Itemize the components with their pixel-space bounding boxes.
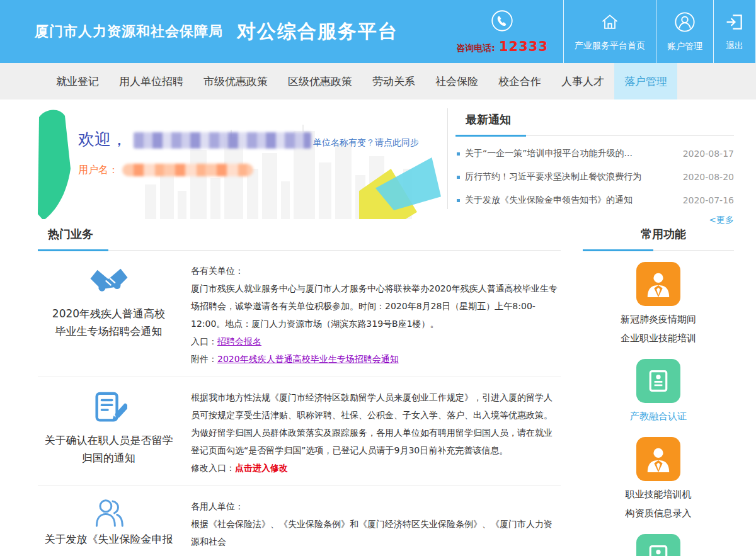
user-icon [674,11,696,35]
hotline-label: 咨询电话: [456,43,495,54]
nav-item-employer-recruit[interactable]: 用人单位招聘 [109,63,193,99]
hot-business-item: 2020年残疾人普通高校 毕业生专场招聘会通知 各有关单位： 厦门市残疾人就业服… [38,251,561,377]
hot-item-left: 关于发放《失业保险金申报 [38,497,180,550]
bullet-icon [457,152,460,156]
nav-item-city-policy[interactable]: 市级优惠政策 [193,63,278,99]
hotline-number: 12333 [499,39,548,54]
hot-business-title: 热门业务 [38,227,561,251]
notice-text[interactable]: 厉行节约！习近平要求坚决制止餐饮浪费行为 [465,171,674,183]
notice-date: 2020-08-20 [683,172,734,182]
hotline-block: 咨询电话: 12333 [441,0,563,63]
company-name-sync-link[interactable]: 单位名称有变？请点此同步 [313,137,419,149]
hot-business-section: 热门业务 [38,227,561,556]
notice-item[interactable]: 关于发放《失业保险金申领告知书》的通知 2020-07-16 [455,195,734,206]
quick-functions-title: 常用功能 [583,227,734,251]
hot-business-item: 关于确认在职人员是否留学 归国的通知 根据我市地方性法规《厦门市经济特区鼓励留学… [38,377,561,486]
blurred-username [122,164,253,176]
modify-line: 修改入口：点击进入修改 [191,459,561,477]
notice-text[interactable]: 关于发放《失业保险金申领告知书》的通知 [465,195,674,206]
businessman-icon [636,437,680,481]
blurred-company-name [134,132,311,149]
site-titles: 厦门市人力资源和社会保障局 对公综合服务平台 [35,0,441,63]
quick-item-clipped[interactable] [583,534,734,556]
org-name: 厦门市人力资源和社会保障局 [35,22,223,41]
account-button-label: 账户管理 [667,41,702,52]
hot-business-item: 关于发放《失业保险金申报 各用人单位： 根据《社会保险法》、《失业保险条例》和《… [38,486,561,556]
latest-notices-section: 最新通知 关于“一企一策”培训申报平台功能升级的... 2020-08-17 厉… [455,112,734,226]
handshake-icon [38,262,180,302]
logout-button-label: 退出 [726,40,743,52]
attachment-link[interactable]: 2020年残疾人普通高校毕业生专场招聘会通知 [217,354,399,364]
phone-icon [491,9,513,35]
notice-date: 2020-08-17 [683,149,734,159]
notice-text[interactable]: 关于“一企一策”培训申报平台功能升级的... [465,148,674,159]
document-edit-icon [38,389,180,429]
hot-item-left: 关于确认在职人员是否留学 归国的通知 [38,389,180,477]
hot-item-title: 2020年残疾人普通高校 毕业生专场招聘会通知 [41,305,177,340]
modify-entry-link[interactable]: 点击进入修改 [235,463,288,473]
bullet-icon [457,176,460,179]
more-notices-link[interactable]: <更多 [455,215,734,226]
notice-date: 2020-07-16 [683,195,734,205]
attachment-line: 附件：2020年残疾人普通高校毕业生专场招聘会通知 [191,350,561,368]
top-header: 厦门市人力资源和社会保障局 对公综合服务平台 咨询电话: 12333 [0,0,756,63]
platform-name: 对公综合服务平台 [237,19,398,45]
nav-item-school-cooperation[interactable]: 校企合作 [488,63,551,99]
logout-button[interactable]: 退出 [713,0,756,63]
hot-item-title: 关于发放《失业保险金申报 [41,530,177,548]
logout-icon [724,12,745,35]
quick-item-label: 产教融合认证 [583,407,734,426]
home-link-label: 产业服务平台首页 [575,40,645,52]
green-blob-decoration [38,110,71,219]
notice-item[interactable]: 关于“一企一策”培训申报平台功能升级的... 2020-08-17 [455,148,734,159]
hot-item-body: 各有关单位： 厦门市残疾人就业服务中心与厦门市人才服务中心将联袂举办2020年残… [180,262,561,368]
people-icon [38,497,180,528]
username-label: 用户名： [78,164,118,177]
quick-functions-section: 常用功能 新冠肺炎疫情期间 企业职业技能培训 [583,227,734,556]
entry-line: 入口：招聘会报名 [191,332,561,350]
header-actions: 咨询电话: 12333 产业服务平台首页 账户 [441,0,756,63]
quick-item-certification[interactable]: 产教融合认证 [583,359,734,426]
home-link[interactable]: 产业服务平台首页 [563,0,656,63]
quick-item-training-org-entry[interactable]: 职业技能培训机 构资质信息录入 [583,437,734,523]
hot-item-body: 各用人单位： 根据《社会保险法》、《失业保险条例》和《厦门经济特区失业保险条例》… [180,497,561,550]
quick-item-covid-training[interactable]: 新冠肺炎疫情期间 企业职业技能培训 [583,262,734,348]
welcome-banner: 欢迎， 单位名称有变？请点此同步 用户名： [38,108,446,219]
notices-title: 最新通知 [455,112,734,136]
nav-item-household-management[interactable]: 落户管理 [614,63,677,99]
page-content: 欢迎， 单位名称有变？请点此同步 用户名： 最新通知 关于“一企一策”培训申报平… [0,99,756,556]
welcome-label: 欢迎， [78,128,127,150]
main-nav: 就业登记 用人单位招聘 市级优惠政策 区级优惠政策 劳动关系 社会保险 校企合作… [0,63,756,99]
salutation: 各用人单位： [191,497,561,515]
body-text: 根据我市地方性法规《厦门市经济特区鼓励留学人员来厦创业工作规定》，引进入厦的留学… [191,389,561,459]
nav-item-employment-register[interactable]: 就业登记 [46,63,109,99]
hot-item-title: 关于确认在职人员是否留学 归国的通知 [41,431,177,467]
recruit-signup-link[interactable]: 招聘会报名 [217,336,261,346]
notice-item[interactable]: 厉行节约！习近平要求坚决制止餐饮浪费行为 2020-08-20 [455,171,734,183]
hot-item-left: 2020年残疾人普通高校 毕业生专场招聘会通知 [38,262,180,368]
id-card-icon [636,359,680,403]
account-button[interactable]: 账户管理 [656,0,713,63]
quick-item-label: 职业技能培训机 构资质信息录入 [583,485,734,523]
body-text: 厦门市残疾人就业服务中心与厦门市人才服务中心将联袂举办2020年残疾人普通高校毕… [191,280,561,332]
bullet-icon [457,199,460,202]
nav-item-labor-relations[interactable]: 劳动关系 [362,63,425,99]
nav-item-hr-talent[interactable]: 人事人才 [551,63,614,99]
nav-item-district-policy[interactable]: 区级优惠政策 [278,63,362,99]
body-text: 根据《社会保险法》、《失业保险条例》和《厦门经济特区失业保险条例》、《厦门市人力… [191,515,561,550]
id-card-icon [636,534,680,556]
nav-item-social-insurance[interactable]: 社会保险 [425,63,488,99]
home-icon [600,12,620,35]
salutation: 各有关单位： [191,262,561,280]
hot-item-body: 根据我市地方性法规《厦门市经济特区鼓励留学人员来厦创业工作规定》，引进入厦的留学… [180,389,561,477]
businessman-icon [636,262,680,306]
banner-notices-divider [447,108,448,209]
quick-item-label: 新冠肺炎疫情期间 企业职业技能培训 [583,310,734,348]
